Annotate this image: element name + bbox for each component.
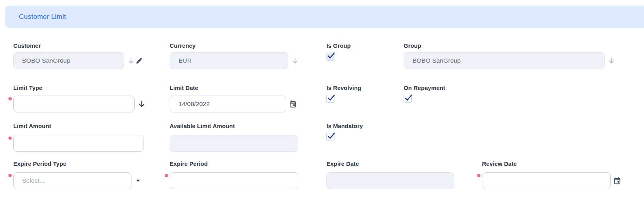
required-dot — [8, 97, 12, 100]
check-icon — [327, 132, 336, 141]
group-label: Group — [404, 42, 605, 49]
available-limit-amount-input — [170, 135, 298, 152]
limit-date-label: Limit Date — [170, 84, 286, 92]
field-review-date: Review Date — [482, 160, 611, 189]
currency-dropdown-arrow-icon — [291, 57, 299, 65]
group-dropdown-arrow-icon — [607, 57, 615, 65]
check-icon — [327, 94, 336, 102]
is-mandatory-checkbox[interactable] — [326, 133, 334, 141]
customer-limit-form: Customer Limit Customer Currency Is Grou… — [0, 0, 644, 200]
customer-dropdown-arrow-icon — [127, 57, 135, 65]
is-mandatory-label: Is Mandatory — [326, 122, 363, 130]
select-caret-icon[interactable] — [135, 178, 141, 184]
field-expire-period-type: Expire Period Type — [13, 160, 131, 189]
edit-customer-pencil-icon[interactable] — [135, 57, 143, 65]
field-on-repayment: On Repayment — [404, 84, 445, 103]
is-revolving-label: Is Revolving — [326, 84, 361, 92]
limit-amount-input[interactable] — [13, 135, 144, 152]
field-available-limit-amount: Available Limit Amount — [170, 122, 298, 152]
expire-date-input — [326, 172, 454, 189]
field-is-revolving: Is Revolving — [326, 84, 361, 103]
field-customer: Customer — [13, 42, 124, 69]
expire-period-label: Expire Period — [170, 160, 298, 167]
required-dot — [8, 137, 12, 140]
field-expire-period: Expire Period — [170, 160, 298, 189]
limit-amount-label: Limit Amount — [13, 122, 144, 130]
limit-type-input[interactable] — [13, 96, 135, 112]
is-group-label: Is Group — [326, 42, 351, 49]
field-limit-amount: Limit Amount — [13, 122, 144, 152]
page-title: Customer Limit — [19, 13, 66, 21]
limit-type-label: Limit Type — [13, 84, 135, 92]
limit-date-calendar-icon[interactable] — [289, 100, 297, 108]
customer-input — [13, 52, 124, 69]
group-input — [404, 52, 605, 69]
field-is-group: Is Group — [326, 42, 351, 61]
on-repayment-label: On Repayment — [404, 84, 445, 92]
currency-label: Currency — [170, 42, 288, 49]
field-is-mandatory: Is Mandatory — [326, 122, 363, 141]
required-dot — [165, 174, 168, 177]
field-limit-type: Limit Type — [13, 84, 135, 112]
field-expire-date: Expire Date — [326, 160, 454, 189]
field-limit-date: Limit Date — [170, 84, 286, 112]
check-icon — [404, 94, 413, 102]
is-revolving-checkbox[interactable] — [326, 95, 334, 103]
is-group-checkbox — [326, 53, 334, 61]
review-date-calendar-icon[interactable] — [613, 177, 621, 185]
expire-period-input[interactable] — [170, 172, 298, 189]
expire-date-label: Expire Date — [326, 160, 454, 167]
required-dot — [8, 174, 12, 177]
expire-period-type-label: Expire Period Type — [13, 160, 131, 167]
customer-label: Customer — [13, 42, 124, 49]
expire-period-type-select[interactable] — [13, 172, 131, 189]
limit-date-input[interactable] — [170, 96, 286, 112]
limit-type-dropdown-arrow-icon[interactable] — [137, 100, 146, 108]
review-date-input[interactable] — [482, 172, 611, 189]
review-date-label: Review Date — [482, 160, 611, 167]
section-header-banner: Customer Limit — [5, 6, 644, 28]
field-group: Group — [404, 42, 605, 69]
on-repayment-checkbox[interactable] — [404, 95, 412, 103]
currency-input — [170, 52, 288, 69]
available-limit-amount-label: Available Limit Amount — [170, 122, 298, 130]
check-icon — [327, 51, 336, 60]
field-currency: Currency — [170, 42, 288, 69]
required-dot — [477, 174, 480, 177]
